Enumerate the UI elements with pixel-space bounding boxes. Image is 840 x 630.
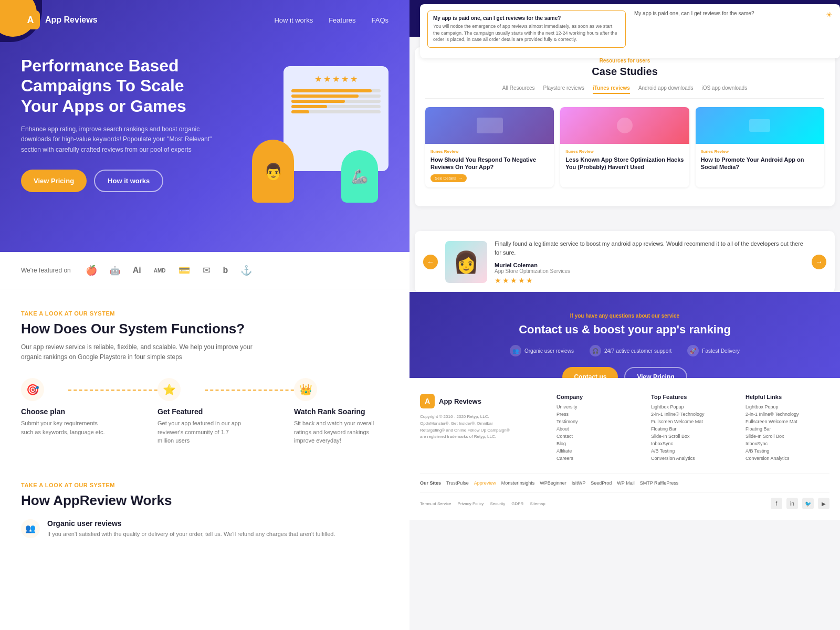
footer-feature-2[interactable]: 2-in-1 Inline® Technology <box>651 412 735 417</box>
footer-link-blog[interactable]: Blog <box>556 441 640 446</box>
cs-card-link-1[interactable]: See Details → <box>430 174 467 182</box>
footer-site-smtp[interactable]: SMTP RafflePress <box>640 480 679 486</box>
appreview-tag: Take a look at our system <box>21 482 388 488</box>
footer-help-4[interactable]: Floating Bar <box>746 426 830 432</box>
footer-feature-3[interactable]: Fullscreen Welcome Mat <box>651 419 735 424</box>
footer-feature-8[interactable]: Conversion Analytics <box>651 456 735 461</box>
footer-help-3[interactable]: Fullscreen Welcome Mat <box>746 419 830 424</box>
footer-privacy[interactable]: Privacy Policy <box>458 501 484 506</box>
cs-tab-itunes[interactable]: iTunes reviews <box>593 85 630 94</box>
system-section: Take a look at our system How Does Our S… <box>0 289 410 471</box>
footer-feature-4[interactable]: Floating Bar <box>651 426 735 432</box>
cs-card-img-1 <box>425 107 554 144</box>
footer-link-testimony[interactable]: Testimony <box>556 419 640 424</box>
footer-site-seedprod[interactable]: SeedProd <box>591 480 612 486</box>
linkedin-icon[interactable]: in <box>786 498 798 509</box>
footer-feature-6[interactable]: InboxSync <box>651 441 735 446</box>
twitter-icon[interactable]: 🐦 <box>802 498 814 509</box>
footer-feature-7[interactable]: A/B Testing <box>651 448 735 454</box>
footer-link-contact[interactable]: Contact <box>556 434 640 439</box>
nav-features[interactable]: Features <box>329 16 355 24</box>
illustration-person-1: 👨 <box>252 140 294 203</box>
footer-logo-text: App Reviews <box>439 397 481 405</box>
faq-question-box: My app is paid one, can I get reviews fo… <box>427 10 626 48</box>
nav-faqs[interactable]: FAQs <box>371 16 388 24</box>
organic-row: 👥 Organic user reviews If you aren't sat… <box>21 519 388 539</box>
hero-buttons: View Pricing How it works <box>21 170 220 192</box>
cs-card-title-3: How to Promote Your Android App on Socia… <box>701 156 819 171</box>
cs-tab-all[interactable]: All Resources <box>502 85 535 94</box>
star-4: ★ <box>341 74 349 84</box>
youtube-icon[interactable]: ▶ <box>818 498 830 509</box>
footer-gdpr[interactable]: GDPR <box>511 501 523 506</box>
footer-site-wpbeginner[interactable]: WPBeginner <box>540 480 566 486</box>
hero-title: Performance Based Campaigns To Scale You… <box>21 56 220 116</box>
step-3: 👑 Watch Rank Soaring Sit back and watch … <box>294 378 388 445</box>
featured-label: We're featured on <box>21 267 71 274</box>
cta-feature-label-3: Fastest Delivery <box>702 348 740 354</box>
footer-col-features: Top Features Lightbox Popup 2-in-1 Inlin… <box>651 394 735 463</box>
footer-site-wpmail[interactable]: WP Mail <box>617 480 634 486</box>
step-3-icon: 👑 <box>294 378 317 401</box>
star-2: ★ <box>323 74 331 84</box>
case-studies-section: Resources for users Case Studies All Res… <box>415 47 835 206</box>
faq-right-text: My app is paid one, can I get reviews fo… <box>634 10 822 16</box>
footer-help-5[interactable]: Slide-In Scroll Box <box>746 434 830 439</box>
footer-link-university[interactable]: University <box>556 404 640 410</box>
testimonial-role: App Store Optimization Services <box>495 268 804 274</box>
footer-site-monsterinsights[interactable]: MonsterInsights <box>501 480 535 486</box>
person-avatar: 👩 <box>445 241 487 283</box>
step-2: ⭐ Get Featured Get your app featured in … <box>158 378 252 445</box>
footer-help-7[interactable]: A/B Testing <box>746 448 830 454</box>
footer-sites: Our Sites TrustPulse Appreview MonsterIn… <box>420 474 830 492</box>
footer-help-2[interactable]: 2-in-1 Inline® Technology <box>746 412 830 417</box>
cta-feature-2: 🎧 24/7 active customer support <box>590 345 671 356</box>
nav-how-it-works[interactable]: How it works <box>274 16 313 24</box>
cs-card-3: Itunes Review How to Promote Your Androi… <box>696 107 824 187</box>
step-connector-2 <box>205 390 299 391</box>
testimonial-author: Muriel Coleman <box>495 262 804 268</box>
testimonial-avatar: 👩 <box>445 241 487 283</box>
footer-feature-5[interactable]: Slide-In Scroll Box <box>651 434 735 439</box>
system-section-desc: Our app review service is reliable, flex… <box>21 342 273 362</box>
cs-tab-android[interactable]: Android app downloads <box>638 85 694 94</box>
footer-site-isitwp[interactable]: IsItWP <box>572 480 586 486</box>
hero-text: Performance Based Campaigns To Scale You… <box>21 56 220 192</box>
footer-terms[interactable]: Terms of Service <box>420 501 452 506</box>
cs-tab-ios[interactable]: iOS app downloads <box>701 85 747 94</box>
cta-feature-1: 👥 Organic user reviews <box>510 345 574 356</box>
facebook-icon[interactable]: f <box>771 498 782 509</box>
step-1-title: Choose plan <box>21 407 116 416</box>
featured-section: We're featured on 🍎 🤖 Ai AMD 💳 ✉ b ⚓ <box>0 252 410 289</box>
footer-site-trustpulse[interactable]: TrustPulse <box>446 480 469 486</box>
footer-help-8[interactable]: Conversion Analytics <box>746 456 830 461</box>
footer-link-careers[interactable]: Careers <box>556 456 640 461</box>
footer-security[interactable]: Security <box>490 501 505 506</box>
organic-text-title: Organic user reviews <box>47 519 335 528</box>
cta-tag: If you have any questions about our serv… <box>441 313 808 319</box>
testimonial-prev-button[interactable]: ← <box>423 255 438 269</box>
footer-help-6[interactable]: InboxSync <box>746 441 830 446</box>
footer-bottom: Terms of Service Privacy Policy Security… <box>420 498 830 509</box>
cs-tab-playstore[interactable]: Playstore reviews <box>543 85 584 94</box>
testimonial-card: ← 👩 Finally found a legitimate service t… <box>415 231 835 293</box>
view-pricing-button[interactable]: View Pricing <box>21 170 87 192</box>
footer-feature-1[interactable]: Lightbox Popup <box>651 404 735 410</box>
footer-link-affiliate[interactable]: Affiliate <box>556 448 640 454</box>
footer-help-1[interactable]: Lightbox Popup <box>746 404 830 410</box>
hero-section: A App Reviews How it works Features FAQs… <box>0 0 410 252</box>
testimonial-next-button[interactable]: → <box>812 255 826 269</box>
footer-sites-label: Our Sites <box>420 480 441 486</box>
footer-site-appreview[interactable]: Appreview <box>474 480 496 486</box>
star-1: ★ <box>314 74 322 84</box>
footer-col-company-title: Company <box>556 394 640 400</box>
hero-description: Enhance app rating, improve search ranki… <box>21 124 220 155</box>
appreview-section: Take a look at our system How AppReview … <box>0 471 410 549</box>
step-3-title: Watch Rank Soaring <box>294 407 388 416</box>
footer-link-press[interactable]: Press <box>556 412 640 417</box>
footer-link-about[interactable]: About <box>556 426 640 432</box>
appreview-title: How AppReview Works <box>21 492 388 509</box>
how-it-works-button[interactable]: How it works <box>94 170 163 192</box>
cta-feature-label-1: Organic user reviews <box>524 348 574 354</box>
footer-sitemap[interactable]: Sitemap <box>530 501 545 506</box>
